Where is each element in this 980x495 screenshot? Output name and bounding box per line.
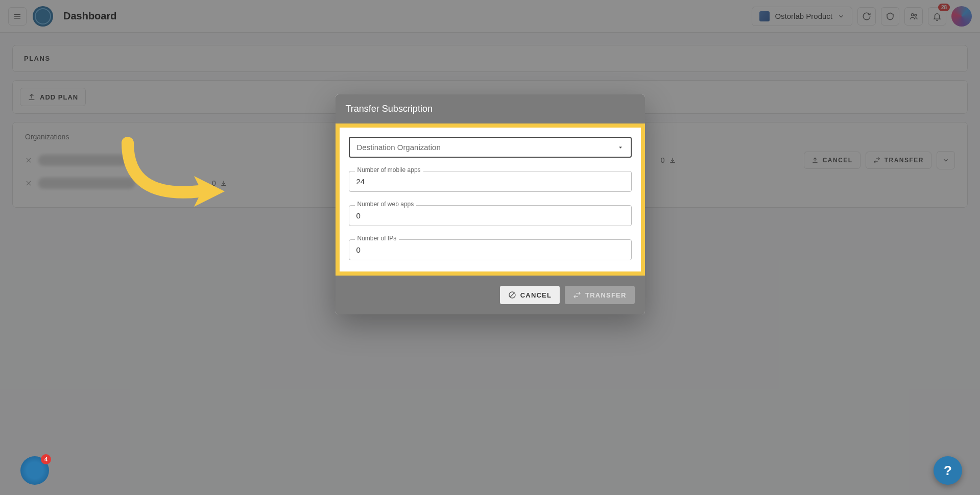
ips-input[interactable] (349, 239, 632, 260)
mobile-apps-label: Number of mobile apps (355, 166, 423, 174)
modal-highlight: Destination Organization Number of mobil… (336, 123, 645, 276)
mobile-apps-input[interactable] (349, 171, 632, 192)
transfer-modal: Transfer Subscription Destination Organi… (336, 94, 645, 314)
chat-fab[interactable]: 4 (20, 456, 49, 485)
select-placeholder: Destination Organization (357, 143, 441, 152)
modal-transfer-button[interactable]: TRANSFER (565, 286, 634, 304)
swap-icon (573, 291, 581, 299)
help-icon: ? (944, 463, 952, 479)
web-apps-label: Number of web apps (355, 201, 417, 208)
destination-org-select[interactable]: Destination Organization (349, 137, 632, 158)
ban-icon (508, 291, 516, 299)
svg-marker-15 (619, 146, 622, 148)
annotation-arrow (117, 133, 235, 225)
modal-cancel-button[interactable]: CANCEL (500, 286, 560, 304)
modal-footer: CANCEL TRANSFER (336, 276, 645, 314)
help-fab[interactable]: ? (934, 456, 962, 485)
modal-title: Transfer Subscription (336, 94, 645, 123)
modal-overlay[interactable]: Transfer Subscription Destination Organi… (0, 0, 980, 495)
caret-down-icon (617, 144, 624, 151)
chat-badge: 4 (41, 454, 51, 464)
svg-line-17 (510, 293, 514, 297)
ips-label: Number of IPs (355, 235, 399, 242)
web-apps-input[interactable] (349, 205, 632, 226)
